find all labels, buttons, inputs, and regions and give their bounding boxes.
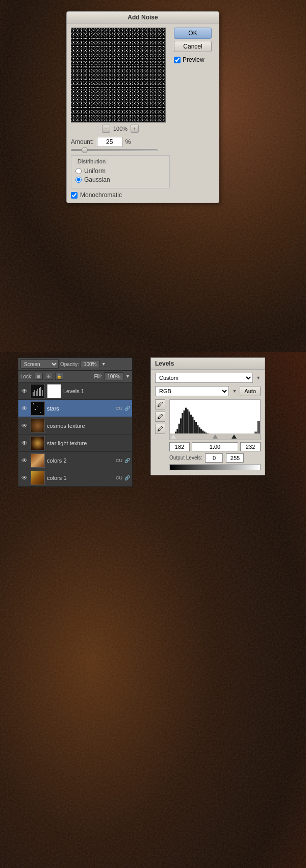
ok-button[interactable]: OK (174, 28, 212, 39)
auto-button[interactable]: Auto (240, 386, 261, 396)
monochromatic-row: Monochromatic (71, 191, 170, 199)
zoom-level: 100% (113, 126, 128, 132)
levels-title: Levels (155, 360, 174, 367)
preview-checkbox[interactable] (174, 57, 181, 63)
white-point-eyedropper[interactable]: 🖊 (155, 424, 165, 434)
layer-thumbnail (31, 419, 45, 433)
amount-slider[interactable] (71, 149, 170, 151)
visibility-icon[interactable]: 👁 (20, 387, 29, 395)
preview-area (71, 28, 166, 123)
visibility-icon[interactable]: 👁 (20, 404, 29, 413)
lock-all-button[interactable]: 🔒 (55, 373, 63, 380)
layer-name: Levels 1 (63, 388, 130, 394)
amount-row: Amount: % (71, 137, 170, 147)
move-icon: ✛ (47, 374, 50, 379)
monochromatic-checkbox[interactable] (71, 192, 78, 199)
lock-move-button[interactable]: ✛ (45, 373, 53, 380)
channel-select[interactable]: RGB Red Green Blue (155, 386, 229, 396)
amount-label: Amount: (71, 138, 94, 146)
visibility-icon[interactable]: 👁 (20, 456, 29, 465)
svg-rect-1 (33, 392, 34, 396)
slider-track (71, 149, 158, 151)
midpoint-input[interactable] (192, 442, 238, 451)
distribution-legend: Distribution (75, 158, 108, 164)
gaussian-radio[interactable] (75, 177, 82, 183)
fill-arrow: ▼ (125, 374, 130, 379)
layers-toolbar: Screen Normal Multiply Overlay Opacity: … (18, 358, 132, 371)
zoom-in-button[interactable]: + (131, 125, 139, 133)
opacity-arrow: ▼ (101, 361, 106, 367)
layer-mask-thumbnail (47, 384, 61, 398)
lower-section: Screen Normal Multiply Overlay Opacity: … (0, 352, 306, 516)
visibility-icon[interactable]: 👁 (20, 422, 29, 430)
slider-thumb (82, 147, 88, 153)
plus-icon: + (133, 126, 136, 132)
dialog-title: Add Noise (128, 14, 158, 21)
minus-icon: − (105, 126, 108, 132)
histogram-area (169, 399, 261, 440)
output-slider[interactable] (169, 464, 261, 470)
dialog-buttons: OK Cancel Preview (174, 28, 215, 199)
link-icon: 🔗 (124, 458, 130, 463)
layer-row[interactable]: 👁 colors 1 CU 🔗 (18, 469, 132, 487)
layer-name: colors 2 (47, 457, 114, 464)
preview-label: Preview (183, 56, 205, 63)
white-input-triangle (171, 435, 176, 439)
layer-row[interactable]: 👁 star light texture (18, 435, 132, 452)
layer-row[interactable]: 👁 stars CU 🔗 (18, 400, 132, 417)
distribution-section: Distribution Uniform Gaussian (71, 155, 170, 188)
opacity-input[interactable] (81, 360, 100, 368)
layer-thumbnail (31, 436, 45, 450)
white-input[interactable] (240, 442, 261, 451)
eyedrop-white-icon: 🖊 (157, 425, 163, 432)
layer-badge: CU (116, 475, 122, 480)
uniform-label: Uniform (84, 167, 106, 175)
layers-panel: Screen Normal Multiply Overlay Opacity: … (18, 357, 133, 487)
histogram-container: Output Levels: (169, 399, 261, 472)
zoom-out-button[interactable]: − (102, 125, 110, 133)
layer-badge: CU (116, 458, 122, 463)
percent-label: % (125, 138, 131, 146)
layer-name: colors 1 (47, 475, 114, 481)
fill-input[interactable] (104, 372, 123, 380)
gaussian-row: Gaussian (75, 176, 165, 183)
dialog-left: − 100% + Amount: % Distribu (71, 28, 170, 199)
uniform-radio[interactable] (75, 168, 82, 174)
input-levels-row (169, 442, 261, 451)
layer-thumbnail (31, 401, 45, 416)
output-row: Output Levels: (169, 453, 261, 463)
levels-body: Custom ▼ RGB Red Green Blue ▼ Auto (151, 370, 265, 475)
monochromatic-label: Monochromatic (80, 191, 122, 199)
channel-arrow: ▼ (232, 389, 237, 394)
black-point-eyedropper[interactable]: 🖊 (155, 399, 165, 409)
gaussian-label: Gaussian (84, 176, 110, 183)
layer-row[interactable]: 👁 cosmos texture (18, 417, 132, 435)
black-input[interactable] (169, 442, 190, 451)
visibility-icon[interactable]: 👁 (20, 439, 29, 447)
amount-input[interactable] (97, 137, 122, 147)
preset-arrow: ▼ (256, 375, 261, 380)
gray-point-eyedropper[interactable]: 🖊 (155, 412, 165, 422)
layer-badge: CU (116, 406, 122, 411)
layer-name: stars (47, 405, 114, 412)
checkerboard-icon: ▦ (37, 374, 41, 379)
output-black-input[interactable] (205, 453, 223, 463)
dialog-body: − 100% + Amount: % Distribu (67, 23, 219, 203)
link-icon: 🔗 (124, 406, 130, 411)
svg-rect-3 (36, 391, 37, 396)
preview-controls: − 100% + (71, 125, 170, 133)
eyedrop-gray-icon: 🖊 (157, 413, 163, 420)
layer-row[interactable]: 👁 colors 2 CU 🔗 (18, 452, 132, 469)
layer-row[interactable]: 👁 Levels 1 (18, 382, 132, 400)
cancel-button[interactable]: Cancel (174, 41, 212, 52)
mid-input-triangle (213, 435, 218, 439)
preset-select[interactable]: Custom (155, 373, 253, 383)
fill-label: Fill: (94, 374, 103, 379)
blend-mode-select[interactable]: Screen Normal Multiply Overlay (20, 359, 59, 369)
svg-rect-5 (39, 388, 40, 396)
lock-checkerboard-button[interactable]: ▦ (35, 373, 43, 380)
visibility-icon[interactable]: 👁 (20, 474, 29, 482)
output-white-input[interactable] (226, 453, 244, 463)
histogram-section: 🖊 🖊 🖊 (155, 399, 261, 472)
opacity-label: Opacity: (60, 361, 79, 367)
